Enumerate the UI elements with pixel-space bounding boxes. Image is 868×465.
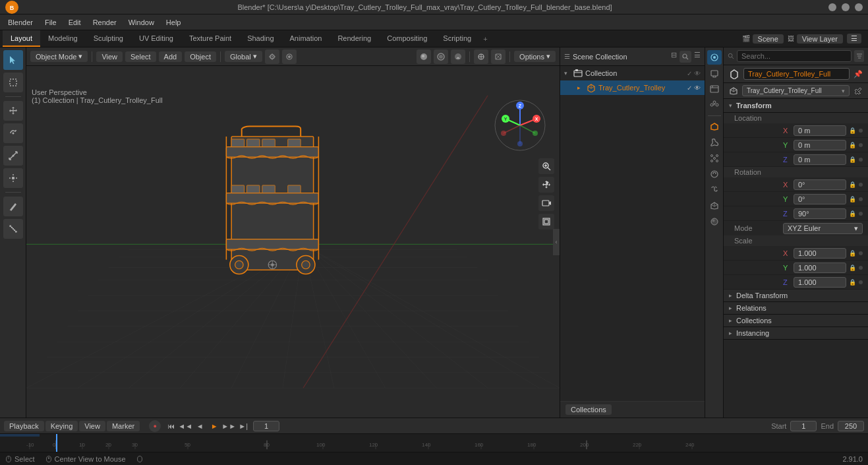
xray-toggle[interactable]: [491, 49, 506, 64]
object-mode-selector[interactable]: Object Mode ▾: [30, 51, 88, 62]
rotate-tool[interactable]: [3, 123, 23, 143]
prev-keyframe[interactable]: ◄◄: [179, 420, 191, 432]
maximize-button[interactable]: [842, 3, 850, 11]
skip-to-end[interactable]: ►|: [237, 420, 249, 432]
tab-shading[interactable]: Shading: [239, 30, 281, 47]
record-button[interactable]: ●: [149, 420, 161, 432]
object-restrict-render[interactable]: ✓: [687, 84, 692, 92]
rotation-z-field[interactable]: 90°: [794, 208, 846, 219]
camera-view[interactable]: [538, 195, 554, 211]
tab-compositing[interactable]: Compositing: [379, 30, 435, 47]
menu-help[interactable]: Help: [161, 17, 187, 28]
tab-add-button[interactable]: +: [479, 30, 491, 47]
tab-scripting[interactable]: Scripting: [435, 30, 479, 47]
scale-y-lock[interactable]: 🔒: [849, 264, 856, 271]
view-menu-tl[interactable]: View: [79, 421, 105, 431]
datablock-pin[interactable]: [854, 86, 863, 96]
object-menu[interactable]: Object: [185, 51, 216, 62]
skip-to-start[interactable]: ⏮: [165, 420, 177, 432]
collapse-sidebar-button[interactable]: ‹: [553, 229, 560, 255]
tab-modeling[interactable]: Modeling: [40, 30, 86, 47]
rotation-y-lock[interactable]: 🔒: [849, 196, 856, 202]
close-button[interactable]: [855, 3, 863, 11]
scale-x-field[interactable]: 1.000: [794, 248, 846, 259]
scale-y-field[interactable]: 1.000: [794, 263, 846, 273]
add-menu[interactable]: Add: [159, 51, 183, 62]
rotation-x-lock[interactable]: 🔒: [849, 181, 856, 188]
location-z-lock[interactable]: 🔒: [849, 156, 856, 163]
marker-menu[interactable]: Marker: [107, 421, 140, 431]
prop-compositor-icon[interactable]: [707, 98, 722, 112]
location-y-field[interactable]: 0 m: [794, 140, 846, 150]
select-box-tool[interactable]: [3, 73, 23, 92]
datablock-dropdown[interactable]: Tray_Cutlery_Trolley_Full ▾: [742, 85, 850, 96]
zoom-camera[interactable]: [538, 158, 554, 174]
tab-rendering[interactable]: Rendering: [330, 30, 379, 47]
instancing-header[interactable]: ▸ Instancing: [724, 327, 868, 339]
transform-tool[interactable]: [3, 168, 23, 188]
viewport-3d[interactable]: User Perspective (1) Collection | Tray_C…: [26, 66, 560, 418]
transform-orientation[interactable]: Global ▾: [225, 51, 262, 62]
view-menu[interactable]: View: [96, 51, 123, 62]
prop-render-icon[interactable]: [707, 50, 722, 65]
viewport-shading-material[interactable]: [434, 49, 448, 64]
prop-object-icon[interactable]: [707, 119, 722, 134]
tab-texture-paint[interactable]: Texture Paint: [181, 30, 239, 47]
prop-modifier-icon[interactable]: [707, 135, 722, 150]
orthographic-view[interactable]: [538, 214, 554, 230]
scale-tool[interactable]: [3, 146, 23, 166]
scene-selector[interactable]: Scene: [753, 34, 784, 44]
transform-header[interactable]: ▾ Transform: [724, 99, 868, 113]
location-z-field[interactable]: 0 m: [794, 154, 846, 165]
outliner-settings[interactable]: ☰: [694, 51, 701, 63]
outliner-search[interactable]: [680, 51, 691, 63]
prop-physics-icon[interactable]: [707, 167, 722, 181]
viewport-shading-solid[interactable]: [417, 49, 431, 64]
delta-transform-header[interactable]: ▸ Delta Transform: [724, 290, 868, 301]
navigation-gizmo[interactable]: Z X Y: [494, 99, 546, 152]
scale-x-lock[interactable]: 🔒: [849, 250, 856, 257]
collection-visibility[interactable]: 👁: [694, 70, 701, 77]
prop-particles-icon[interactable]: [707, 151, 722, 166]
playback-menu[interactable]: Playback: [4, 421, 44, 431]
rotation-mode-dropdown[interactable]: XYZ Euler ▾: [783, 223, 863, 234]
start-frame-input[interactable]: [790, 421, 817, 431]
pan-view[interactable]: [538, 177, 554, 193]
annotate-tool[interactable]: [3, 197, 23, 216]
tab-animation[interactable]: Animation: [282, 30, 330, 47]
properties-filter-btn[interactable]: [854, 50, 864, 62]
minimize-button[interactable]: [828, 3, 836, 11]
location-x-lock[interactable]: 🔒: [849, 127, 856, 134]
menu-edit[interactable]: Edit: [63, 17, 86, 28]
proportional-edit[interactable]: [282, 49, 297, 64]
play-back-btn[interactable]: ◄: [194, 420, 206, 432]
timeline-ruler[interactable]: -10 0 10 20 30 50 80 100 120 140 160 180…: [0, 434, 868, 452]
collections-tab[interactable]: Collections: [565, 404, 612, 415]
end-frame-input[interactable]: [838, 421, 864, 431]
menu-file[interactable]: File: [40, 17, 62, 28]
options-button[interactable]: Options ▾: [514, 51, 556, 62]
menu-window[interactable]: Window: [123, 17, 159, 28]
outliner-filter[interactable]: ⊟: [671, 51, 677, 63]
prop-data-icon[interactable]: [707, 199, 722, 213]
tab-layout[interactable]: Layout: [3, 30, 40, 47]
relations-header[interactable]: ▸ Relations: [724, 302, 868, 314]
viewport-shading-rendered[interactable]: [451, 49, 465, 64]
move-tool[interactable]: [3, 101, 23, 121]
tab-sculpting[interactable]: Sculpting: [86, 30, 131, 47]
workspace-options[interactable]: ☰: [847, 34, 861, 44]
measure-tool[interactable]: [3, 219, 23, 239]
next-keyframe[interactable]: ►►: [223, 420, 235, 432]
overlay-toggle[interactable]: [474, 49, 488, 64]
scale-z-lock[interactable]: 🔒: [849, 279, 856, 286]
cursor-tool[interactable]: [3, 50, 23, 70]
scale-z-field[interactable]: 1.000: [794, 277, 846, 288]
play-btn[interactable]: ►: [208, 420, 220, 432]
keying-menu[interactable]: Keying: [45, 421, 78, 431]
menu-blender[interactable]: Blender: [3, 17, 38, 28]
menu-render[interactable]: Render: [88, 17, 122, 28]
properties-search-input[interactable]: [737, 50, 852, 62]
snap-button[interactable]: [265, 49, 279, 64]
select-menu[interactable]: Select: [125, 51, 156, 62]
outliner-collection-row[interactable]: ▾ Collection ✓ 👁: [560, 66, 705, 80]
